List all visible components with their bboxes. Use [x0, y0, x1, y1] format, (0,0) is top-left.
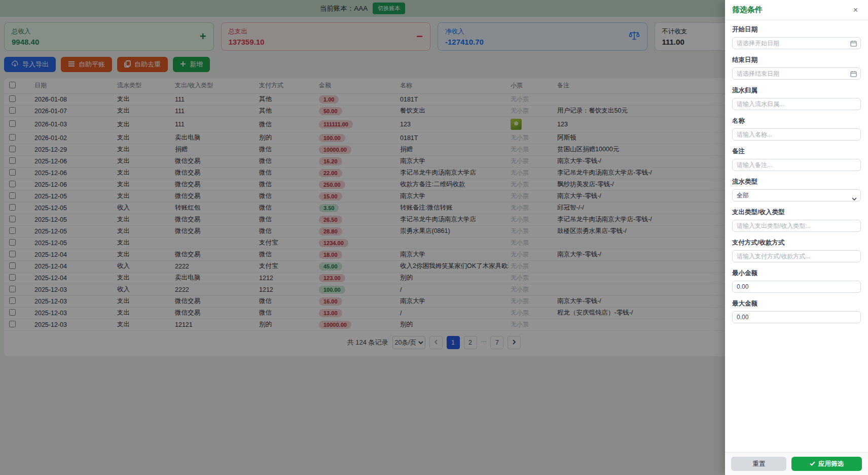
filter-title: 筛选条件	[732, 5, 763, 15]
filter-field-pay-method	[732, 250, 861, 262]
filter-field-flow-type: 全部	[732, 189, 861, 201]
reset-button[interactable]: 重置	[731, 457, 786, 471]
filter-drawer-footer: 重置 应用筛选	[725, 452, 868, 475]
filter-field-min-amount	[732, 281, 861, 293]
filter-label-pay-method: 支付方式/收款方式	[732, 239, 861, 247]
filter-drawer-header: 筛选条件 ×	[725, 0, 868, 20]
category-input[interactable]	[732, 220, 861, 232]
filter-field-start-date	[732, 37, 861, 49]
pay-method-input[interactable]	[732, 250, 861, 262]
start-date-input[interactable]	[732, 37, 861, 49]
filter-label-name: 名称	[732, 117, 861, 125]
filter-field-max-amount	[732, 311, 861, 323]
filter-label-start-date: 开始日期	[732, 25, 861, 34]
remark-input[interactable]	[732, 159, 861, 171]
end-date-input[interactable]	[732, 67, 861, 80]
filter-label-remark: 备注	[732, 147, 861, 156]
filter-label-min-amount: 最小金额	[732, 269, 861, 278]
min-amount-input[interactable]	[732, 281, 861, 293]
apply-filter-button[interactable]: 应用筛选	[791, 457, 862, 471]
filter-label-max-amount: 最大金额	[732, 299, 861, 308]
filter-drawer: 筛选条件 × 开始日期结束日期流水归属名称备注流水类型全部支出类型/收入类型支付…	[725, 0, 868, 475]
max-amount-input[interactable]	[732, 311, 861, 323]
filter-label-flow-type: 流水类型	[732, 178, 861, 186]
filter-field-end-date	[732, 67, 861, 80]
flow-owner-input[interactable]	[732, 98, 861, 110]
filter-field-name	[732, 128, 861, 141]
filter-field-category	[732, 220, 861, 232]
filter-label-flow-owner: 流水归属	[732, 86, 861, 95]
filter-field-remark	[732, 159, 861, 171]
name-input[interactable]	[732, 128, 861, 141]
filter-fields: 开始日期结束日期流水归属名称备注流水类型全部支出类型/收入类型支付方式/收款方式…	[725, 20, 868, 452]
flow-type-select[interactable]: 全部	[732, 189, 861, 201]
filter-label-end-date: 结束日期	[732, 56, 861, 64]
close-icon[interactable]: ×	[850, 6, 861, 15]
check-icon	[810, 460, 815, 467]
filter-field-flow-owner	[732, 98, 861, 110]
filter-label-category: 支出类型/收入类型	[732, 208, 861, 217]
